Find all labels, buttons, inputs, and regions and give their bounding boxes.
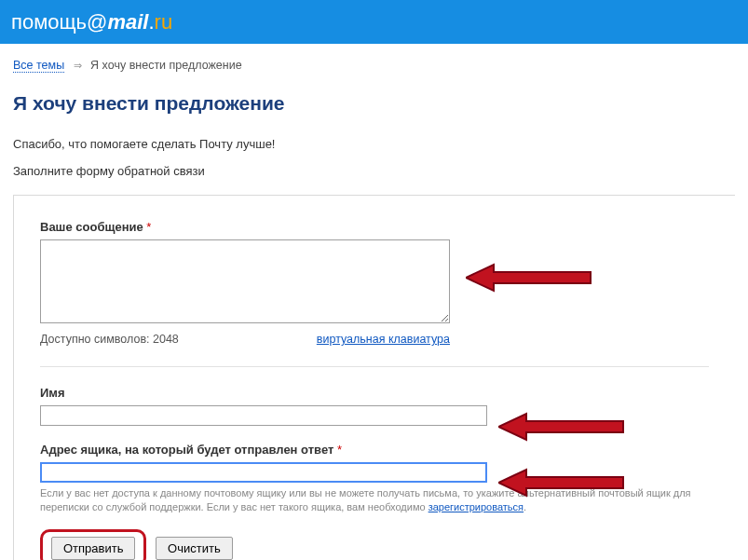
hint-part2: . xyxy=(524,501,526,512)
logo-at-icon: @ xyxy=(87,10,107,34)
email-hint: Если у вас нет доступа к данному почтово… xyxy=(40,486,729,514)
fill-form-text: Заполните форму обратной связи xyxy=(13,164,735,178)
divider xyxy=(40,366,709,367)
page-title: Я хочу внести предложение xyxy=(13,92,735,115)
button-row: Отправить Очистить xyxy=(40,529,709,560)
feedback-form: Ваше сообщение * Доступно символов: 2048… xyxy=(13,195,735,560)
chars-available: Доступно символов: 2048 xyxy=(40,333,179,346)
clear-button[interactable]: Очистить xyxy=(156,537,233,560)
breadcrumb-separator-icon: ⇒ xyxy=(74,60,82,71)
message-label: Ваше сообщение * xyxy=(40,220,709,234)
chars-prefix: Доступно символов: xyxy=(40,333,153,346)
register-link[interactable]: зарегистрироваться xyxy=(428,501,524,512)
required-mark: * xyxy=(146,220,151,234)
name-input[interactable] xyxy=(40,405,487,426)
virtual-keyboard-link[interactable]: виртуальная клавиатура xyxy=(317,333,450,346)
logo-ru: ru xyxy=(155,10,173,34)
breadcrumb: Все темы ⇒ Я хочу внести предложение xyxy=(13,59,735,72)
breadcrumb-all-topics-link[interactable]: Все темы xyxy=(13,59,64,73)
page-content: Все темы ⇒ Я хочу внести предложение Я х… xyxy=(0,44,748,560)
thanks-text: Спасибо, что помогаете сделать Почту луч… xyxy=(13,137,735,151)
submit-button[interactable]: Отправить xyxy=(51,537,135,560)
site-header: помощь@mail.ru xyxy=(0,0,748,44)
required-mark: * xyxy=(337,443,342,457)
message-label-text: Ваше сообщение xyxy=(40,220,143,234)
logo-prefix: помощь xyxy=(11,10,87,34)
submit-highlight-annotation: Отправить xyxy=(40,529,146,560)
message-textarea[interactable] xyxy=(40,239,450,323)
hint-part1: Если у вас нет доступа к данному почтово… xyxy=(40,487,691,512)
breadcrumb-current: Я хочу внести предложение xyxy=(90,59,242,72)
name-label: Имя xyxy=(40,386,709,400)
chars-count: 2048 xyxy=(153,333,179,346)
email-input[interactable] xyxy=(40,462,487,483)
message-subrow: Доступно символов: 2048 виртуальная клав… xyxy=(40,333,450,346)
email-label: Адрес ящика, на который будет отправлен … xyxy=(40,443,709,457)
logo[interactable]: помощь@mail.ru xyxy=(11,10,172,34)
email-label-text: Адрес ящика, на который будет отправлен … xyxy=(40,443,333,457)
logo-mail: mail xyxy=(107,10,148,34)
